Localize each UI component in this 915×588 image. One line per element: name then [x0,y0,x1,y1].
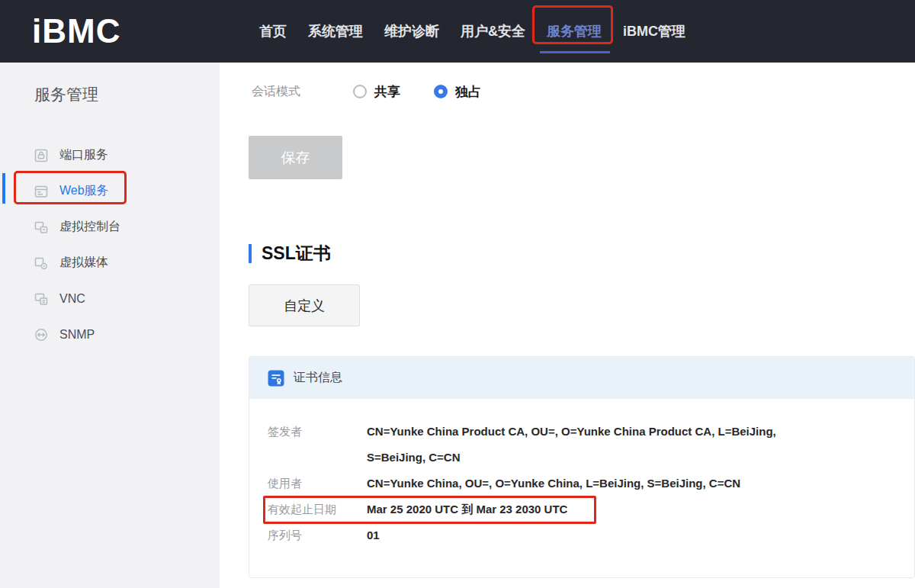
app-header: iBMC 首页 系统管理 维护诊断 用户&安全 服务管理 iBMC管理 [0,0,915,63]
radio-option-exclusive[interactable]: 独占 [434,83,481,101]
radio-checked-icon[interactable] [434,85,448,98]
nav-user-security[interactable]: 用户&安全 [461,22,525,40]
snmp-icon [34,328,48,342]
cert-row-value: Mar 25 2020 UTC 到 Mar 23 2030 UTC [367,496,567,522]
sidebar-item-port-service[interactable]: 端口服务 [0,137,220,173]
cert-row-issuer: 签发者 CN=Yunke China Product CA, OU=, O=Yu… [268,419,896,471]
radio-option-shared[interactable]: 共享 [353,83,400,101]
nav-home[interactable]: 首页 [259,22,287,40]
sidebar-item-label: Web服务 [59,183,109,199]
cert-row-value: CN=Yunke China Product CA, OU=, O=Yunke … [367,419,805,471]
cert-row-validity: 有效起止日期 Mar 25 2020 UTC 到 Mar 23 2030 UTC [268,496,896,522]
ssl-section-header: SSL证书 [249,243,331,264]
certificate-panel-header: 证书信息 [249,357,914,399]
cert-row-label: 有效起止日期 [268,496,367,522]
cert-row-label: 序列号 [268,522,367,548]
session-mode-row: 会话模式 共享 独占 [252,79,481,104]
custom-button[interactable]: 自定义 [249,284,360,326]
cert-row-subject: 使用者 CN=Yunke China, OU=, O=Yunke China, … [268,471,896,496]
radio-unchecked-icon[interactable] [353,85,367,98]
sidebar-menu: 端口服务 Web服务 [0,137,220,352]
nav-ibmc-mgmt[interactable]: iBMC管理 [623,22,685,40]
sidebar-item-web-service[interactable]: Web服务 [0,173,220,209]
certificate-icon [268,370,284,387]
certificate-panel: 证书信息 签发者 CN=Yunke China Product CA, OU=,… [249,356,915,578]
sidebar-item-snmp[interactable]: SNMP [0,316,220,352]
cert-row-value: CN=Yunke China, OU=, O=Yunke China, L=Be… [367,471,740,496]
save-button[interactable]: 保存 [249,136,342,179]
virtual-media-icon [34,256,48,270]
main-nav: 首页 系统管理 维护诊断 用户&安全 服务管理 iBMC管理 [259,0,685,63]
ssl-section-title: SSL证书 [262,242,331,265]
sidebar-item-label: SNMP [59,328,95,342]
sidebar-item-virtual-console[interactable]: 虚拟控制台 [0,209,220,245]
nav-service-mgmt[interactable]: 服务管理 [547,22,602,40]
sidebar-item-label: 端口服务 [59,147,108,163]
sidebar: 服务管理 端口服务 [0,63,220,588]
nav-system-mgmt[interactable]: 系统管理 [308,22,363,40]
certificate-panel-title: 证书信息 [294,370,342,386]
section-accent-bar [249,244,252,263]
sidebar-item-vnc[interactable]: VNC [0,281,220,316]
virtual-console-icon [34,220,48,234]
app-logo: iBMC [32,0,120,63]
cert-row-value: 01 [367,522,380,548]
sidebar-title: 服务管理 [34,84,98,105]
vnc-icon [34,292,48,306]
session-mode-label: 会话模式 [252,84,300,100]
radio-option-label: 独占 [455,83,481,101]
cert-row-label: 使用者 [268,471,367,496]
certificate-details: 签发者 CN=Yunke China Product CA, OU=, O=Yu… [249,399,914,548]
port-service-icon [34,149,48,162]
cert-row-serial: 序列号 01 [268,522,896,548]
nav-maintenance-diag[interactable]: 维护诊断 [384,22,439,40]
sidebar-item-virtual-media[interactable]: 虚拟媒体 [0,245,220,281]
sidebar-item-label: 虚拟媒体 [59,255,108,271]
cert-row-label: 签发者 [268,419,367,471]
radio-option-label: 共享 [374,83,400,101]
sidebar-item-label: 虚拟控制台 [59,219,120,235]
ibmc-page: iBMC 首页 系统管理 维护诊断 用户&安全 服务管理 iBMC管理 服务管理 [0,0,915,588]
web-service-icon [34,185,48,198]
sidebar-item-label: VNC [59,292,85,306]
